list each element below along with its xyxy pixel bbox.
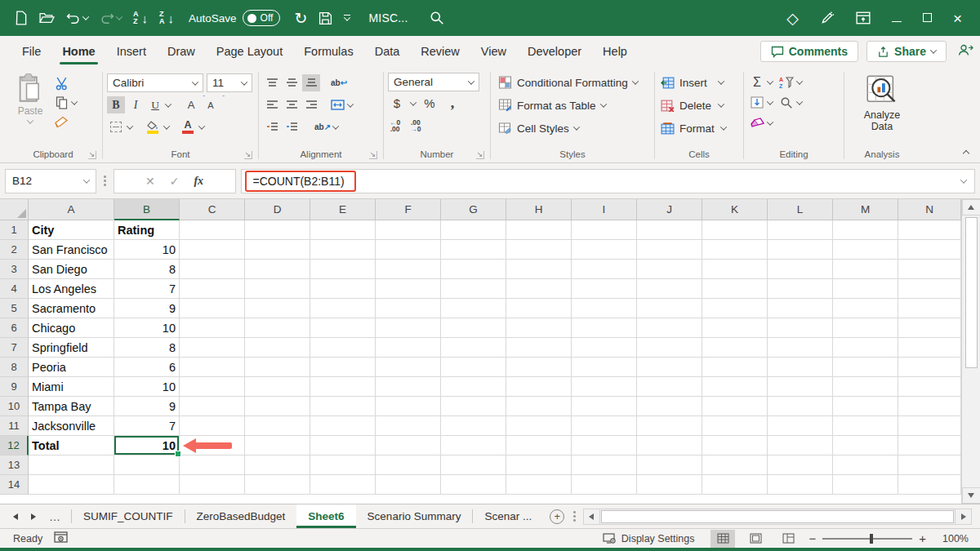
wrap-text-icon[interactable]: ab↩: [330, 74, 348, 91]
cell-L9[interactable]: [768, 377, 833, 397]
normal-view-button[interactable]: [710, 530, 735, 548]
tab-insert[interactable]: Insert: [106, 36, 157, 67]
cell-B4[interactable]: 7: [114, 279, 180, 299]
cell-A2[interactable]: San Francisco: [29, 240, 114, 260]
cell-G12[interactable]: [441, 436, 506, 455]
cell-A10[interactable]: Tampa Bay: [29, 397, 114, 416]
open-file-icon[interactable]: [39, 11, 55, 24]
cell-A11[interactable]: Jacksonville: [29, 416, 114, 436]
cell-C9[interactable]: [180, 377, 245, 397]
cell-F9[interactable]: [376, 377, 441, 397]
maximize-button[interactable]: [923, 11, 932, 24]
vertical-scroll-thumb[interactable]: [965, 217, 978, 368]
cell-C1[interactable]: [180, 220, 245, 240]
cell-K14[interactable]: [702, 475, 768, 495]
new-sheet-button[interactable]: +: [550, 509, 564, 524]
cell-C8[interactable]: [180, 358, 245, 377]
orientation-icon[interactable]: ab↗: [314, 118, 332, 136]
font-size-combo[interactable]: 11: [207, 73, 252, 92]
cell-C10[interactable]: [180, 397, 245, 416]
cell-L2[interactable]: [768, 240, 833, 260]
cell-M4[interactable]: [833, 279, 898, 299]
cell-I13[interactable]: [572, 455, 637, 475]
cell-D4[interactable]: [245, 279, 310, 299]
customize-qat-icon[interactable]: [344, 15, 350, 22]
cell-E6[interactable]: [310, 318, 376, 338]
cell-J11[interactable]: [637, 416, 702, 436]
cell-G3[interactable]: [441, 260, 506, 279]
cell-M2[interactable]: [833, 240, 898, 260]
row-header-12[interactable]: 12: [0, 436, 29, 455]
formula-input[interactable]: =COUNT(B2:B11): [241, 169, 976, 193]
cell-E11[interactable]: [310, 416, 376, 436]
fill-button[interactable]: [748, 92, 773, 113]
cell-M5[interactable]: [833, 299, 898, 318]
cell-D6[interactable]: [245, 318, 310, 338]
cell-N6[interactable]: [898, 318, 961, 338]
decrease-font-icon[interactable]: Aˇ: [202, 96, 220, 113]
cell-A12[interactable]: Total: [29, 436, 114, 455]
font-name-combo[interactable]: Calibri: [107, 73, 203, 92]
scroll-right-button[interactable]: [955, 509, 971, 524]
column-header-E[interactable]: E: [310, 199, 376, 220]
draft-pen-icon[interactable]: [820, 11, 835, 25]
page-break-view-button[interactable]: [776, 530, 800, 548]
cell-M7[interactable]: [833, 338, 898, 358]
cell-H13[interactable]: [506, 455, 572, 475]
save-icon[interactable]: [318, 11, 332, 25]
row-header-1[interactable]: 1: [0, 220, 29, 240]
cell-C11[interactable]: [180, 416, 245, 436]
cell-A14[interactable]: [29, 475, 114, 495]
cell-D13[interactable]: [245, 455, 310, 475]
page-layout-view-button[interactable]: [743, 530, 768, 548]
cell-L10[interactable]: [768, 397, 833, 416]
cell-H2[interactable]: [506, 240, 572, 260]
cell-C5[interactable]: [180, 299, 245, 318]
column-header-A[interactable]: A: [29, 199, 114, 220]
align-left-icon[interactable]: [263, 96, 281, 113]
column-header-H[interactable]: H: [506, 199, 572, 220]
tab-review[interactable]: Review: [410, 36, 470, 67]
cell-L12[interactable]: [768, 436, 833, 455]
cell-F1[interactable]: [376, 220, 441, 240]
undo-button[interactable]: [66, 11, 88, 24]
cell-I10[interactable]: [572, 397, 637, 416]
cell-M13[interactable]: [833, 455, 898, 475]
cell-L6[interactable]: [768, 318, 833, 338]
cell-L4[interactable]: [768, 279, 833, 299]
cell-E10[interactable]: [310, 397, 376, 416]
cell-I11[interactable]: [572, 416, 637, 436]
cell-M8[interactable]: [833, 358, 898, 377]
autosave-control[interactable]: AutoSave Off: [189, 10, 280, 26]
autosave-toggle[interactable]: Off: [243, 10, 280, 26]
new-file-icon[interactable]: [15, 11, 28, 25]
zoom-slider-thumb[interactable]: [870, 534, 873, 544]
row-header-7[interactable]: 7: [0, 338, 29, 358]
format-cells-button[interactable]: Format: [659, 118, 728, 139]
cell-D2[interactable]: [245, 240, 310, 260]
row-header-10[interactable]: 10: [0, 397, 29, 416]
sheet-overflow-menu[interactable]: …: [49, 510, 61, 523]
cell-B9[interactable]: 10: [114, 377, 180, 397]
cell-D12[interactable]: [245, 436, 310, 455]
sheet-tab-sheet6[interactable]: Sheet6: [296, 504, 355, 528]
cell-G10[interactable]: [441, 397, 506, 416]
cell-M1[interactable]: [833, 220, 898, 240]
cell-H10[interactable]: [506, 397, 572, 416]
cell-L8[interactable]: [768, 358, 833, 377]
cell-G5[interactable]: [441, 299, 506, 318]
cell-A3[interactable]: San Diego: [29, 260, 114, 279]
cell-M9[interactable]: [833, 377, 898, 397]
row-header-14[interactable]: 14: [0, 475, 29, 495]
underline-button[interactable]: U: [146, 96, 164, 113]
cell-E8[interactable]: [310, 358, 376, 377]
minimize-button[interactable]: [892, 11, 902, 24]
conditional-formatting-button[interactable]: Conditional Formatting: [495, 72, 641, 93]
cell-J3[interactable]: [637, 260, 702, 279]
number-dialog-launcher[interactable]: ↘: [476, 151, 484, 159]
cell-I7[interactable]: [572, 338, 637, 358]
cell-J8[interactable]: [637, 358, 702, 377]
cell-F14[interactable]: [376, 475, 441, 495]
cell-M12[interactable]: [833, 436, 898, 455]
row-header-9[interactable]: 9: [0, 377, 29, 397]
